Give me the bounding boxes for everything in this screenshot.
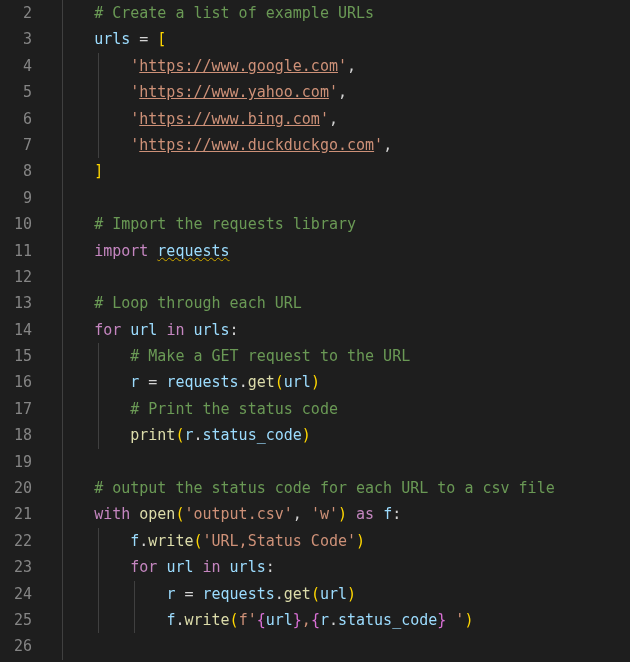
line-number: 13 [0,290,32,316]
code-line[interactable]: ] [58,158,630,184]
code-line[interactable]: 'https://www.google.com', [58,53,630,79]
line-number: 11 [0,238,32,264]
code-line[interactable]: # output the status code for each URL to… [58,475,630,501]
line-number: 2 [0,0,32,26]
line-number: 23 [0,554,32,580]
string-url: https://www.bing.com [139,110,320,128]
code-line[interactable]: r = requests.get(url) [58,581,630,607]
string-url: https://www.google.com [139,57,338,75]
comment: # Import the requests library [94,215,356,233]
line-number: 7 [0,132,32,158]
code-line[interactable] [58,264,630,290]
code-line[interactable]: 'https://www.bing.com', [58,106,630,132]
comment: # Print the status code [130,400,338,418]
keyword-as: as [356,505,374,523]
code-line[interactable]: # Print the status code [58,396,630,422]
code-line[interactable]: print(r.status_code) [58,422,630,448]
line-number: 6 [0,106,32,132]
code-line[interactable]: 'https://www.yahoo.com', [58,79,630,105]
code-line[interactable]: # Create a list of example URLs [58,0,630,26]
line-number: 10 [0,211,32,237]
line-number: 16 [0,369,32,395]
line-number: 9 [0,185,32,211]
line-number: 15 [0,343,32,369]
code-line[interactable]: with open('output.csv', 'w') as f: [58,501,630,527]
keyword-with: with [94,505,130,523]
code-line[interactable]: for url in urls: [58,317,630,343]
line-number: 24 [0,581,32,607]
identifier: urls [94,30,130,48]
call-print: print [130,426,175,444]
code-line[interactable]: f.write('URL,Status Code') [58,528,630,554]
code-line[interactable] [58,185,630,211]
line-number: 8 [0,158,32,184]
call-get: get [248,373,275,391]
code-line[interactable]: f.write(f'{url},{r.status_code} ') [58,607,630,633]
keyword-in: in [166,321,184,339]
code-line[interactable]: import requests [58,238,630,264]
code-line[interactable]: r = requests.get(url) [58,369,630,395]
line-number: 14 [0,317,32,343]
string-url: https://www.duckduckgo.com [139,136,374,154]
keyword-import: import [94,242,148,260]
comment: # output the status code for each URL to… [94,479,555,497]
line-number: 19 [0,449,32,475]
line-number: 26 [0,633,32,659]
code-line[interactable] [58,633,630,659]
comment: # Create a list of example URLs [94,4,374,22]
string-url: https://www.yahoo.com [139,83,329,101]
code-line[interactable]: # Import the requests library [58,211,630,237]
line-number: 4 [0,53,32,79]
line-number: 21 [0,501,32,527]
code-line[interactable]: for url in urls: [58,554,630,580]
line-number: 17 [0,396,32,422]
code-editor[interactable]: 2345678910111213141516171819202122232425… [0,0,630,662]
line-number: 12 [0,264,32,290]
comment: # Make a GET request to the URL [130,347,410,365]
bracket: ] [94,162,103,180]
code-line[interactable]: # Make a GET request to the URL [58,343,630,369]
code-line[interactable]: urls = [ [58,26,630,52]
line-number-gutter: 2345678910111213141516171819202122232425… [0,0,46,662]
line-number: 3 [0,26,32,52]
call-open: open [139,505,175,523]
keyword-for: for [94,321,121,339]
line-number: 22 [0,528,32,554]
bracket: [ [157,30,166,48]
code-line[interactable]: 'https://www.duckduckgo.com', [58,132,630,158]
comment: # Loop through each URL [94,294,302,312]
line-number: 5 [0,79,32,105]
line-number: 20 [0,475,32,501]
code-area[interactable]: # Create a list of example URLs urls = [… [46,0,630,662]
code-line[interactable] [58,449,630,475]
call-write: write [148,532,193,550]
module-requests: requests [157,242,229,260]
line-number: 18 [0,422,32,448]
line-number: 25 [0,607,32,633]
code-line[interactable]: # Loop through each URL [58,290,630,316]
